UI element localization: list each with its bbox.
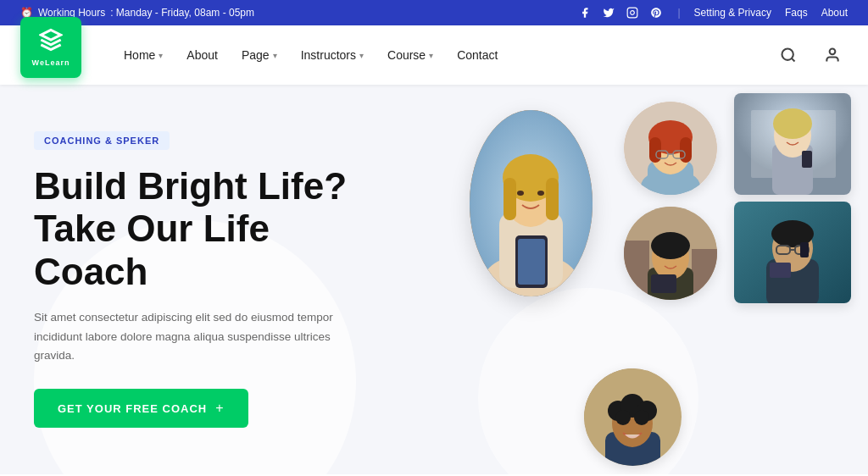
svg-point-13: [537, 191, 544, 196]
twitter-icon[interactable]: [601, 5, 616, 20]
nav-home[interactable]: Home ▾: [114, 42, 173, 69]
hero-img-circle-young-man: [624, 207, 717, 300]
hero-img-circle-redhead: [624, 102, 717, 195]
hero-title: Build Bright Life? Take Our Life Coach: [34, 165, 356, 294]
svg-point-20: [773, 108, 812, 139]
svg-rect-29: [800, 242, 809, 257]
svg-rect-49: [651, 274, 676, 293]
hero-img-top-right-1: [734, 93, 851, 195]
nav-about[interactable]: About: [176, 42, 228, 69]
nav-actions: [773, 40, 848, 70]
logo[interactable]: WeLearn: [20, 17, 81, 78]
instagram-icon[interactable]: [625, 5, 640, 20]
svg-rect-0: [628, 8, 638, 18]
svg-point-12: [517, 191, 524, 196]
svg-point-48: [651, 232, 690, 259]
hero-images: [427, 85, 868, 474]
page-caret: ▾: [273, 51, 277, 60]
logo-text: WeLearn: [32, 58, 70, 67]
hero-description: Sit amet consectetur adipiscing elit sed…: [34, 308, 356, 365]
svg-rect-45: [692, 249, 717, 300]
cta-button[interactable]: GET YOUR FREE COACH +: [34, 389, 248, 428]
svg-point-58: [634, 410, 649, 425]
nav-instructors[interactable]: Instructors ▾: [291, 42, 374, 69]
hero-content: COACHING & SPEKER Build Bright Life? Tak…: [34, 131, 356, 429]
svg-rect-44: [624, 241, 649, 300]
facebook-icon[interactable]: [577, 5, 593, 20]
svg-rect-21: [802, 151, 812, 168]
divider: |: [677, 7, 680, 19]
home-caret: ▾: [159, 51, 163, 60]
main-nav: WeLearn Home ▾ About Page ▾ Instructors …: [0, 25, 868, 85]
nav-contact[interactable]: Contact: [447, 42, 508, 69]
svg-rect-11: [546, 178, 559, 220]
course-caret: ▾: [429, 51, 433, 60]
hero-img-center-oval: [470, 110, 593, 296]
svg-point-57: [615, 410, 631, 425]
hero-img-circle-curly: [584, 368, 682, 466]
social-icons: [577, 5, 664, 20]
hero-section: COACHING & SPEKER Build Bright Life? Tak…: [0, 85, 868, 474]
working-hours-value: : Manday - Friday, 08am - 05pm: [110, 7, 254, 19]
top-bar: ⏰ Working Hours : Manday - Friday, 08am …: [0, 0, 868, 25]
nav-course[interactable]: Course ▾: [377, 42, 443, 69]
faqs-link[interactable]: Faqs: [785, 7, 808, 19]
hero-badge: COACHING & SPEKER: [34, 131, 170, 150]
pinterest-icon[interactable]: [648, 5, 664, 20]
svg-point-4: [830, 49, 836, 55]
plus-icon: +: [215, 401, 224, 416]
svg-line-3: [792, 58, 795, 62]
svg-rect-10: [504, 178, 516, 220]
search-button[interactable]: [773, 40, 804, 70]
nav-page[interactable]: Page ▾: [231, 42, 287, 69]
instructors-caret: ▾: [359, 51, 364, 60]
logo-icon: [39, 28, 63, 57]
svg-rect-15: [518, 239, 545, 285]
nav-links: Home ▾ About Page ▾ Instructors ▾ Course…: [114, 42, 773, 69]
user-button[interactable]: [817, 40, 848, 70]
svg-point-2: [782, 49, 793, 60]
hero-img-top-right-2: [734, 202, 851, 303]
top-bar-right: | Setting & Privacy Faqs About: [577, 5, 848, 20]
svg-rect-30: [770, 263, 791, 278]
about-link[interactable]: About: [821, 7, 848, 19]
setting-privacy-link[interactable]: Setting & Privacy: [694, 7, 771, 19]
